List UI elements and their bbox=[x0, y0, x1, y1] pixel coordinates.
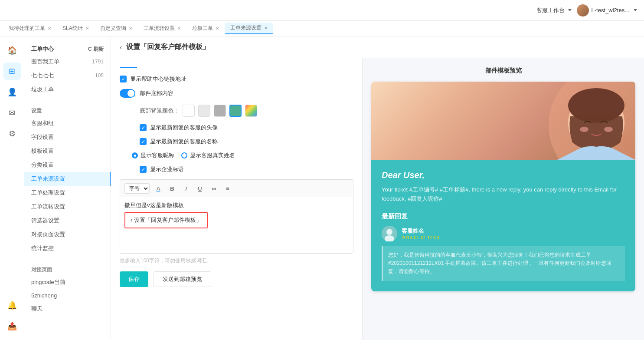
tab-source-label: 工单来源设置 bbox=[230, 24, 262, 32]
tab-source-close[interactable]: ✕ bbox=[264, 26, 268, 30]
toggle-knob bbox=[127, 90, 134, 97]
sidebar-item-trash-orders[interactable]: 垃圾工单 bbox=[24, 83, 111, 96]
sidebar-icon-user[interactable]: 👤 bbox=[3, 83, 21, 101]
email-agent-row: 客服姓名 2019-01-01 12:00 bbox=[382, 226, 625, 241]
sidebar-item-flow-settings[interactable]: 工单流转设置 bbox=[24, 200, 111, 214]
sidebar-icon-bell[interactable]: 🔔 bbox=[3, 297, 21, 314]
nav-item-label: 客服和组 bbox=[31, 119, 54, 127]
tab-pending-close[interactable]: ✕ bbox=[48, 26, 51, 31]
toolbar-btn-font-color[interactable]: A bbox=[153, 183, 163, 194]
toolbar-btn-underline[interactable]: U bbox=[195, 183, 205, 194]
radio-realname-label: 显示客服真实姓名 bbox=[190, 152, 235, 159]
tab-transfer[interactable]: 工单流转设置 ✕ bbox=[138, 23, 186, 34]
sidebar-item-seven[interactable]: 七七七七 105 bbox=[24, 69, 111, 83]
radio-realname[interactable]: 显示客服真实姓名 bbox=[181, 152, 235, 159]
email-banner bbox=[371, 82, 635, 160]
color-gray[interactable] bbox=[214, 105, 226, 117]
agent-name: 客服姓名 bbox=[402, 227, 439, 235]
tab-sla[interactable]: SLA统计 ✕ bbox=[57, 23, 94, 34]
user-menu[interactable]: L-test_wl2tes... bbox=[577, 4, 637, 17]
save-button[interactable]: 保存 bbox=[120, 271, 148, 287]
tab-sla-label: SLA统计 bbox=[62, 25, 83, 32]
sidebar-item-template-settings[interactable]: 模板设置 bbox=[24, 144, 111, 158]
show-avatar-label: 显示最新回复的客服的头像 bbox=[150, 124, 218, 132]
footer-content-toggle[interactable] bbox=[120, 89, 135, 98]
sidebar-item-pingcode[interactable]: pingcode当前 bbox=[24, 275, 111, 289]
nav-section-workorder: 工单中心 C 刷新 bbox=[24, 42, 111, 55]
color-teal[interactable] bbox=[229, 105, 242, 117]
radio-nickname[interactable]: 显示客服昵称 bbox=[132, 152, 174, 159]
email-preview: Dear User, Your ticket #工单编号# #工单标题#, th… bbox=[371, 82, 635, 291]
color-white[interactable] bbox=[183, 105, 195, 117]
font-size-select[interactable]: 字号 bbox=[124, 183, 150, 194]
svg-point-4 bbox=[604, 127, 613, 132]
sidebar-item-source-settings[interactable]: 工单来源设置 bbox=[24, 172, 111, 186]
refresh-button[interactable]: C 刷新 bbox=[88, 46, 104, 53]
editor-selected-block[interactable]: ‹ 设置「回复客户邮件模板」 bbox=[124, 212, 208, 228]
check-icon: ✓ bbox=[141, 125, 145, 131]
toolbar-btn-italic[interactable]: I bbox=[181, 183, 191, 194]
show-logo-checkbox[interactable]: ✓ bbox=[140, 166, 147, 173]
sidebar-item-filter-settings[interactable]: 筛选器设置 bbox=[24, 214, 111, 228]
sidebar-icon-grid[interactable]: ⊞ bbox=[3, 63, 21, 80]
sidebar-item-pending-orders[interactable]: 围百我工单 1791 bbox=[24, 55, 111, 69]
color-rainbow[interactable] bbox=[245, 105, 257, 117]
tab-trash[interactable]: 垃圾工单 ✕ bbox=[187, 23, 224, 34]
sidebar-icon-mail[interactable]: ✉ bbox=[3, 104, 21, 122]
back-button[interactable]: ‹ bbox=[120, 43, 122, 51]
agent-avatar bbox=[382, 226, 397, 241]
editor-hint: 最多输入100字符，请勿使用敏感词汇。 bbox=[120, 257, 353, 264]
preview-panel: 邮件模板预览 bbox=[363, 58, 644, 340]
page-header: ‹ 设置「回复客户邮件模板」 bbox=[111, 36, 644, 58]
sidebar-item-field-settings[interactable]: 字段设置 bbox=[24, 130, 111, 144]
tab-pending-label: 我待处理的工单 bbox=[9, 25, 45, 32]
tab-pending[interactable]: 我待处理的工单 ✕ bbox=[3, 23, 56, 34]
bg-color-section: 底部背景颜色： bbox=[140, 105, 353, 117]
sidebar-icon-upload[interactable]: 📤 bbox=[3, 317, 21, 335]
tab-sla-close[interactable]: ✕ bbox=[85, 26, 89, 31]
name-type-radio-row: 显示客服昵称 显示客服真实姓名 bbox=[132, 152, 353, 159]
tab-transfer-close[interactable]: ✕ bbox=[177, 26, 181, 31]
show-name-label: 显示最新回复的客服的名称 bbox=[150, 138, 218, 145]
tab-source[interactable]: 工单来源设置 ✕ bbox=[225, 23, 273, 34]
show-helplink-checkbox[interactable]: ✓ bbox=[120, 76, 127, 83]
show-avatar-checkbox[interactable]: ✓ bbox=[140, 124, 147, 131]
workspace-switcher[interactable]: 客服工作台 bbox=[536, 7, 572, 14]
page-title: 设置「回复客户邮件模板」 bbox=[126, 43, 209, 52]
sidebar-icon-settings[interactable]: ⚙ bbox=[3, 125, 21, 142]
show-helplink-row: ✓ 显示帮助中心链接地址 bbox=[120, 75, 353, 83]
nav-item-label: 工单处理设置 bbox=[31, 189, 65, 197]
banner-illustration bbox=[514, 82, 635, 160]
sidebar-icon-home[interactable]: 🏠 bbox=[3, 42, 21, 59]
sidebar-item-customer-group[interactable]: 客服和组 bbox=[24, 116, 111, 130]
sidebar-item-chat[interactable]: 聊天 bbox=[24, 302, 111, 316]
tab-transfer-label: 工单流转设置 bbox=[144, 25, 175, 32]
color-light-gray[interactable] bbox=[198, 105, 210, 117]
preview-title: 邮件模板预览 bbox=[371, 67, 635, 75]
toolbar-btn-align[interactable]: ≡ bbox=[222, 183, 233, 194]
preview-button[interactable]: 发送到邮箱预览 bbox=[154, 271, 211, 287]
tab-trash-close[interactable]: ✕ bbox=[216, 26, 219, 31]
footer-content-row: 邮件底部内容 bbox=[120, 89, 353, 98]
nav-item-label: 5zhicheng bbox=[31, 292, 57, 299]
topbar: 客服工作台 L-test_wl2tes... bbox=[0, 0, 644, 21]
sidebar-item-interface-settings[interactable]: 对接页面设置 bbox=[24, 228, 111, 241]
sidebar-item-category-settings[interactable]: 分类设置 bbox=[24, 158, 111, 172]
svg-point-6 bbox=[386, 229, 392, 235]
editor-area[interactable]: 撒旦但是v这是新版模板 ‹ 设置「回复客户邮件模板」 bbox=[120, 197, 353, 254]
tab-trash-label: 垃圾工单 bbox=[192, 25, 213, 32]
show-name-checkbox[interactable]: ✓ bbox=[140, 138, 147, 145]
nav-settings-label: 设置 bbox=[24, 104, 111, 116]
nav-divider bbox=[24, 100, 111, 100]
toolbar-btn-bold[interactable]: B bbox=[167, 183, 177, 194]
sidebar-item-zhicheng[interactable]: 5zhicheng bbox=[24, 289, 111, 302]
tab-custom-query[interactable]: 自定义查询 ✕ bbox=[95, 23, 137, 34]
show-name-row: ✓ 显示最新回复的客服的名称 bbox=[140, 138, 353, 145]
nav-item-label: 工单流转设置 bbox=[31, 203, 65, 211]
sidebar-item-stats-monitor[interactable]: 统计监控 bbox=[24, 241, 111, 255]
footer-content-label: 邮件底部内容 bbox=[140, 89, 173, 97]
sidebar-item-process-settings[interactable]: 工单处理设置 bbox=[24, 186, 111, 200]
tab-custom-query-close[interactable]: ✕ bbox=[129, 26, 132, 31]
toolbar-btn-link[interactable]: ⇔ bbox=[209, 183, 219, 194]
check-icon: ✓ bbox=[141, 139, 145, 145]
